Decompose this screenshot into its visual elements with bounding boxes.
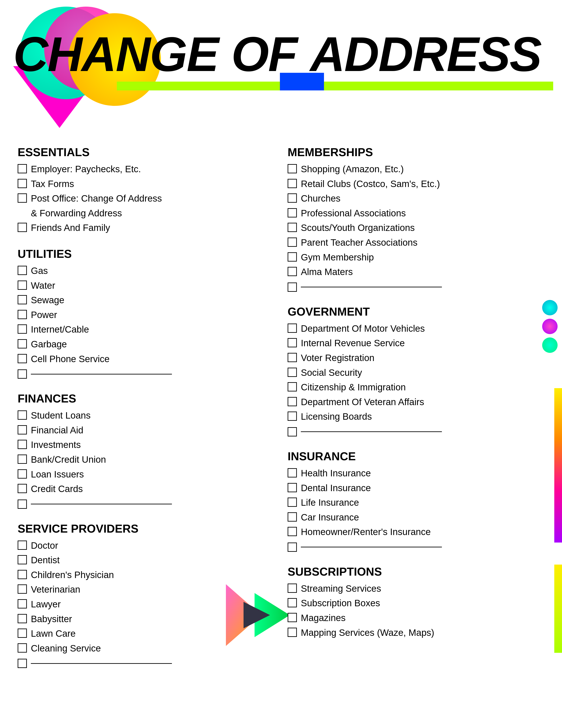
checkbox[interactable]: [18, 425, 27, 434]
title-of: OF: [231, 26, 297, 82]
checkbox[interactable]: [18, 295, 27, 304]
checkbox[interactable]: [287, 368, 297, 377]
list-item: Investments: [18, 439, 275, 451]
checkbox[interactable]: [287, 193, 297, 203]
right-yellow-bar: [554, 565, 562, 653]
checkbox[interactable]: [287, 543, 297, 552]
checkbox[interactable]: [18, 339, 27, 348]
blank-line: [31, 374, 172, 374]
subscriptions-section: SUBSCRIPTIONS Streaming Services Subscri…: [287, 565, 544, 639]
checkbox[interactable]: [18, 500, 27, 509]
checkbox[interactable]: [18, 354, 27, 363]
checkbox[interactable]: [287, 598, 297, 607]
list-item: Car Insurance: [287, 511, 544, 524]
checkbox[interactable]: [18, 281, 27, 290]
checkbox[interactable]: [18, 643, 27, 653]
checkbox[interactable]: [18, 310, 27, 319]
checkbox[interactable]: [287, 324, 297, 333]
checkbox[interactable]: [18, 324, 27, 334]
checkbox[interactable]: [18, 266, 27, 275]
checkbox[interactable]: [287, 412, 297, 421]
checkbox[interactable]: [18, 555, 27, 564]
list-item: Dentist: [18, 554, 275, 566]
checkbox[interactable]: [18, 584, 27, 594]
blank-line: [301, 431, 442, 432]
list-item: Citizenship & Immigration: [287, 381, 544, 393]
green-bar-decoration: [117, 82, 553, 90]
checkbox[interactable]: [287, 483, 297, 492]
custom-entry-line: [18, 659, 275, 668]
checkbox[interactable]: [287, 527, 297, 536]
insurance-title: INSURANCE: [287, 450, 544, 463]
checkbox[interactable]: [287, 353, 297, 362]
checkbox[interactable]: [287, 252, 297, 262]
checkbox[interactable]: [18, 223, 27, 232]
checkbox[interactable]: [287, 382, 297, 391]
service-providers-title: SERVICE PROVIDERS: [18, 522, 275, 535]
checkbox[interactable]: [287, 613, 297, 622]
list-item: Churches: [287, 193, 544, 205]
blank-line: [31, 663, 172, 664]
checkbox[interactable]: [18, 455, 27, 464]
checkbox[interactable]: [287, 283, 297, 292]
list-item: Doctor: [18, 540, 275, 552]
checkbox[interactable]: [287, 267, 297, 276]
list-item: Children's Physician: [18, 569, 275, 581]
checkbox[interactable]: [287, 584, 297, 593]
checkbox[interactable]: [18, 629, 27, 638]
checkbox[interactable]: [287, 338, 297, 347]
right-column: MEMBERSHIPS Shopping (Amazon, Etc.) Reta…: [287, 146, 544, 681]
custom-entry-line: [18, 369, 275, 379]
checkbox[interactable]: [18, 469, 27, 479]
list-item: Voter Registration: [287, 352, 544, 364]
checkbox[interactable]: [18, 614, 27, 623]
checkbox[interactable]: [287, 468, 297, 477]
list-item: Dental Insurance: [287, 482, 544, 494]
checkbox[interactable]: [287, 512, 297, 522]
blank-line: [301, 547, 442, 547]
list-item: Tax Forms: [18, 178, 275, 190]
checkbox[interactable]: [18, 369, 27, 379]
checkbox[interactable]: [287, 427, 297, 436]
checkbox[interactable]: [18, 440, 27, 449]
title-address: ADDRESS: [310, 26, 541, 82]
title-change: CHANGE: [13, 26, 218, 82]
list-item: Life Insurance: [287, 497, 544, 509]
list-item: Financial Aid: [18, 424, 275, 436]
checkbox[interactable]: [287, 164, 297, 173]
checkbox[interactable]: [18, 659, 27, 668]
list-item: Alma Maters: [287, 266, 544, 278]
government-section: GOVERNMENT Department Of Motor Vehicles …: [287, 305, 544, 436]
list-item: Post Office: Change Of Address: [18, 193, 275, 205]
checkbox[interactable]: [287, 223, 297, 232]
list-item: Loan Issuers: [18, 468, 275, 481]
right-bar-decoration: [554, 388, 562, 543]
checkbox[interactable]: [18, 541, 27, 550]
list-item: Gas: [18, 265, 275, 277]
checkbox[interactable]: [287, 238, 297, 247]
finances-section: FINANCES Student Loans Financial Aid Inv…: [18, 392, 275, 509]
blank-line: [301, 287, 442, 287]
checkbox[interactable]: [18, 410, 27, 420]
checkbox[interactable]: [287, 179, 297, 188]
checkbox[interactable]: [18, 164, 27, 173]
finances-title: FINANCES: [18, 392, 275, 405]
memberships-title: MEMBERSHIPS: [287, 146, 544, 159]
checkbox[interactable]: [287, 397, 297, 406]
insurance-section: INSURANCE Health Insurance Dental Insura…: [287, 450, 544, 552]
checkbox[interactable]: [287, 628, 297, 637]
list-item: Garbage: [18, 338, 275, 350]
deco-circle-2: [542, 319, 558, 334]
checkbox[interactable]: [18, 484, 27, 493]
list-item: Power: [18, 309, 275, 321]
essentials-title: ESSENTIALS: [18, 146, 275, 159]
checkbox[interactable]: [287, 208, 297, 217]
checkbox[interactable]: [18, 599, 27, 608]
checkbox[interactable]: [18, 570, 27, 579]
essentials-section: ESSENTIALS Employer: Paychecks, Etc. Tax…: [18, 146, 275, 234]
checkbox[interactable]: [18, 179, 27, 188]
list-item-continuation: & Forwarding Address: [18, 207, 275, 219]
checkbox[interactable]: [287, 498, 297, 507]
page-title: CHANGE OF ADDRESS: [13, 26, 549, 82]
checkbox[interactable]: [18, 193, 27, 203]
